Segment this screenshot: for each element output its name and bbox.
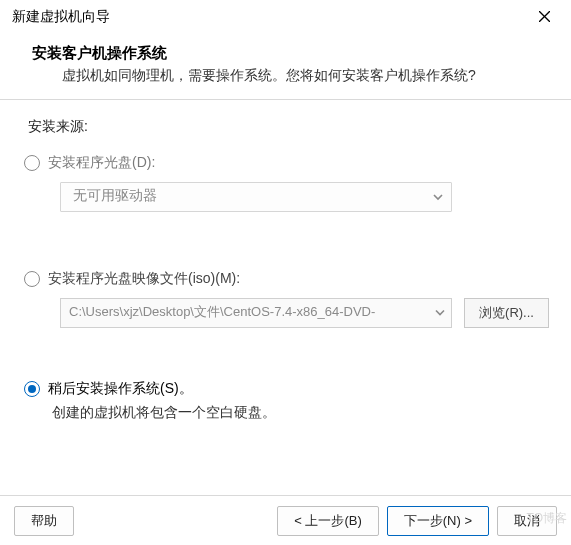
- source-label: 安装来源:: [28, 118, 549, 136]
- radio-option-later[interactable]: 稍后安装操作系统(S)。: [24, 380, 549, 398]
- page-subtitle: 虚拟机如同物理机，需要操作系统。您将如何安装客户机操作系统?: [62, 67, 551, 85]
- option-later-desc: 创建的虚拟机将包含一个空白硬盘。: [52, 404, 549, 422]
- close-button[interactable]: [525, 1, 563, 33]
- radio-icon: [24, 381, 40, 397]
- radio-icon: [24, 271, 40, 287]
- footer: 帮助 < 上一步(B) 下一步(N) > 取消: [0, 495, 571, 545]
- iso-path-input[interactable]: C:\Users\xjz\Desktop\文件\CentOS-7.4-x86_6…: [60, 298, 452, 328]
- option-later-block: 稍后安装操作系统(S)。 创建的虚拟机将包含一个空白硬盘。: [24, 380, 549, 422]
- disc-drive-dropdown[interactable]: 无可用驱动器: [60, 182, 452, 212]
- iso-path-text: C:\Users\xjz\Desktop\文件\CentOS-7.4-x86_6…: [69, 304, 375, 319]
- option-disc-block: 安装程序光盘(D): 无可用驱动器: [24, 154, 549, 212]
- option-iso-label: 安装程序光盘映像文件(iso)(M):: [48, 270, 240, 288]
- chevron-down-icon: [435, 306, 445, 321]
- iso-row: C:\Users\xjz\Desktop\文件\CentOS-7.4-x86_6…: [60, 298, 549, 328]
- radio-icon: [24, 155, 40, 171]
- option-iso-block: 安装程序光盘映像文件(iso)(M): C:\Users\xjz\Desktop…: [24, 270, 549, 328]
- titlebar: 新建虚拟机向导: [0, 0, 571, 34]
- next-button[interactable]: 下一步(N) >: [387, 506, 489, 536]
- back-button[interactable]: < 上一步(B): [277, 506, 379, 536]
- close-icon: [539, 11, 550, 22]
- dropdown-text: 无可用驱动器: [73, 187, 157, 203]
- option-disc-label: 安装程序光盘(D):: [48, 154, 155, 172]
- browse-button[interactable]: 浏览(R)...: [464, 298, 549, 328]
- help-button[interactable]: 帮助: [14, 506, 74, 536]
- radio-option-iso[interactable]: 安装程序光盘映像文件(iso)(M):: [24, 270, 549, 288]
- radio-option-disc[interactable]: 安装程序光盘(D):: [24, 154, 549, 172]
- page-title: 安装客户机操作系统: [32, 44, 551, 63]
- chevron-down-icon: [433, 189, 443, 205]
- content-area: 安装来源: 安装程序光盘(D): 无可用驱动器 安装程序光盘映像文件(iso)(…: [0, 100, 571, 432]
- option-later-label: 稍后安装操作系统(S)。: [48, 380, 193, 398]
- window-title: 新建虚拟机向导: [12, 8, 110, 26]
- wizard-header: 安装客户机操作系统 虚拟机如同物理机，需要操作系统。您将如何安装客户机操作系统?: [0, 34, 571, 100]
- cancel-button[interactable]: 取消: [497, 506, 557, 536]
